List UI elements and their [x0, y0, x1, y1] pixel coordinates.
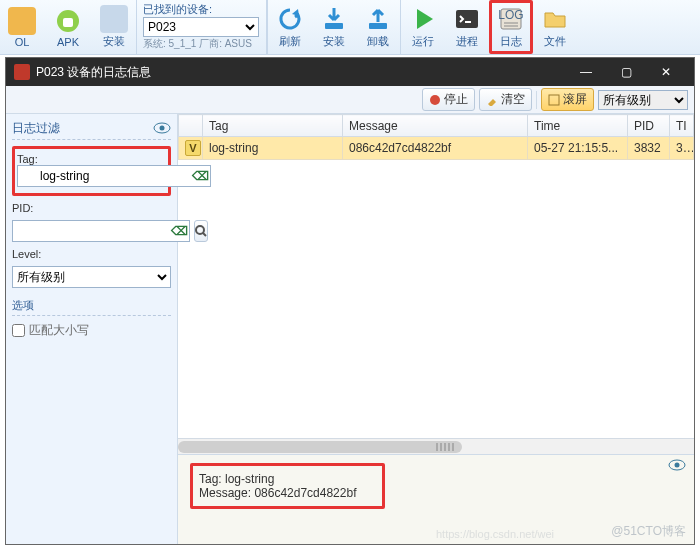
broom-icon: [486, 94, 498, 106]
scrollbar-thumb[interactable]: [178, 441, 462, 453]
search-icon: [195, 225, 207, 237]
col-message[interactable]: Message: [343, 115, 528, 137]
cell-time: 05-27 21:15:5...: [528, 137, 628, 160]
install-icon: [320, 5, 348, 33]
toolbar-files[interactable]: 文件: [533, 0, 577, 54]
toolbar-left: OL APK 安装: [0, 0, 136, 54]
pid-search-button[interactable]: [194, 220, 208, 242]
scroll-icon: [548, 94, 560, 106]
app-toolbar: OL APK 安装 已找到的设备: P023 系统: 5_1_1 厂商: ASU…: [0, 0, 700, 55]
svg-rect-2: [325, 23, 343, 29]
detail-tag-label: Tag:: [199, 472, 222, 486]
toolbar-uninstall[interactable]: 卸载: [356, 0, 400, 54]
window-icon: [14, 64, 30, 80]
minimize-button[interactable]: —: [566, 58, 606, 86]
toolbar-install-alt[interactable]: 安装: [92, 0, 136, 54]
svg-rect-3: [369, 23, 387, 29]
detail-tag-value: log-string: [225, 472, 274, 486]
svg-rect-1: [63, 18, 73, 27]
log-window: P023 设备的日志信息 — ▢ ✕ 停止 清空 滚屏 所有级别 日志过滤: [5, 57, 695, 545]
watermark-csdn: https://blog.csdn.net/wei: [436, 528, 554, 540]
refresh-icon: [276, 5, 304, 33]
col-tag[interactable]: Tag: [203, 115, 343, 137]
col-pid[interactable]: PID: [628, 115, 670, 137]
pid-input-wrap: ⌫: [12, 220, 190, 242]
svg-point-12: [160, 125, 165, 130]
tag-label: Tag:: [17, 153, 164, 165]
detail-msg-value: 086c42d7cd4822bf: [254, 486, 356, 500]
col-tid[interactable]: TI: [670, 115, 694, 137]
terminal-icon: [453, 5, 481, 33]
svg-rect-4: [456, 10, 478, 28]
device-select[interactable]: P023: [143, 17, 259, 37]
device-sys-info: 系统: 5_1_1 厂商: ASUS: [143, 37, 260, 51]
table-row[interactable]: V log-string 086c42d7cd4822bf 05-27 21:1…: [179, 137, 694, 160]
toolbar-apk-label: APK: [57, 36, 79, 48]
clear-button[interactable]: 清空: [479, 88, 532, 111]
table-header-row: Tag Message Time PID TI: [179, 115, 694, 137]
pid-clear-icon[interactable]: ⌫: [171, 223, 187, 239]
options-header: 选项: [12, 298, 171, 316]
detail-msg-label: Message:: [199, 486, 251, 500]
toolbar-apk[interactable]: APK: [46, 0, 90, 54]
toolbar-install[interactable]: 安装: [312, 0, 356, 54]
toolbar-install-alt-label: 安装: [103, 34, 125, 49]
svg-point-16: [675, 463, 680, 468]
eye-icon[interactable]: [668, 459, 686, 471]
log-table: Tag Message Time PID TI V log-string 086…: [178, 114, 694, 160]
level-badge: V: [185, 140, 201, 156]
level-filter-select[interactable]: 所有级别: [598, 90, 688, 110]
col-level[interactable]: [179, 115, 203, 137]
cell-message: 086c42d7cd4822bf: [343, 137, 528, 160]
uninstall-icon: [364, 5, 392, 33]
maximize-button[interactable]: ▢: [606, 58, 646, 86]
play-icon: [409, 5, 437, 33]
toolbar-ol[interactable]: OL: [0, 0, 44, 54]
svg-rect-10: [549, 95, 559, 105]
col-time[interactable]: Time: [528, 115, 628, 137]
toolbar-refresh[interactable]: 刷新: [268, 0, 312, 54]
titlebar: P023 设备的日志信息 — ▢ ✕: [6, 58, 694, 86]
android-icon: [55, 8, 81, 34]
log-main: Tag Message Time PID TI V log-string 086…: [178, 114, 694, 544]
tag-input[interactable]: [17, 165, 211, 187]
stop-icon: [429, 94, 441, 106]
rows-area[interactable]: [178, 160, 694, 438]
window-title: P023 设备的日志信息: [36, 64, 566, 81]
filter-header: 日志过滤: [12, 120, 171, 140]
tag-input-wrap: ⌫: [17, 165, 211, 187]
svg-text:LOG: LOG: [498, 8, 523, 22]
pid-input[interactable]: [12, 220, 190, 242]
log-body: 日志过滤 Tag: ⌫ PID: ⌫: [6, 114, 694, 544]
cell-tag: log-string: [203, 137, 343, 160]
watermark-51cto: @51CTO博客: [611, 523, 686, 540]
log-toolbar: 停止 清空 滚屏 所有级别: [6, 86, 694, 114]
toolbar-ol-label: OL: [15, 36, 30, 48]
resize-grip-icon[interactable]: [436, 443, 456, 451]
filter-sidebar: 日志过滤 Tag: ⌫ PID: ⌫: [6, 114, 178, 544]
device-selector-box: 已找到的设备: P023 系统: 5_1_1 厂商: ASUS: [137, 0, 267, 54]
tag-clear-icon[interactable]: ⌫: [192, 168, 208, 184]
pid-label: PID:: [12, 202, 171, 214]
match-case-input[interactable]: [12, 324, 25, 337]
level-label: Level:: [12, 248, 171, 260]
cell-tid: 38: [670, 137, 694, 160]
close-button[interactable]: ✕: [646, 58, 686, 86]
svg-point-13: [196, 226, 204, 234]
cell-pid: 3832: [628, 137, 670, 160]
scroll-lock-button[interactable]: 滚屏: [541, 88, 594, 111]
toolbar-process[interactable]: 进程: [445, 0, 489, 54]
horizontal-scrollbar[interactable]: [178, 438, 694, 454]
detail-pane: Tag: log-string Message: 086c42d7cd4822b…: [178, 454, 694, 544]
eye-icon[interactable]: [153, 122, 171, 136]
level-select[interactable]: 所有级别: [12, 266, 171, 288]
match-case-checkbox[interactable]: 匹配大小写: [12, 322, 171, 339]
folder-icon: [541, 5, 569, 33]
svg-point-9: [430, 95, 440, 105]
log-icon: LOG: [497, 5, 525, 33]
toolbar-log[interactable]: LOG 日志: [489, 0, 533, 54]
svg-line-14: [203, 233, 206, 236]
device-label: 已找到的设备:: [143, 3, 212, 15]
toolbar-run[interactable]: 运行: [401, 0, 445, 54]
stop-button[interactable]: 停止: [422, 88, 475, 111]
